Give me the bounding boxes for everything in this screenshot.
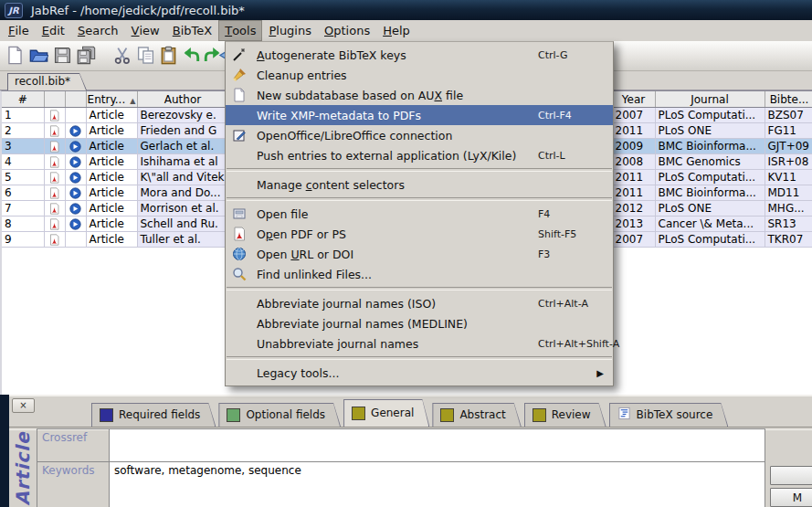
menubar-item-options[interactable]: Options — [318, 20, 376, 41]
undo-icon[interactable] — [182, 46, 201, 65]
cell-bibtexkey: SR13 — [765, 217, 812, 232]
database-tab-label: recoll.bib* — [7, 73, 87, 88]
editor-tab-review[interactable]: Review — [524, 403, 606, 427]
menu-item-legacy-tools[interactable]: Legacy tools...▶ — [226, 363, 613, 383]
menu-item-manage-content-selectors[interactable]: Manage content selectors — [226, 174, 613, 195]
column-header-icon[interactable] — [65, 91, 86, 108]
menu-item-label: Abbreviate journal names (MEDLINE) — [257, 317, 468, 331]
cell-bibtexkey: ISR+08 — [765, 154, 812, 170]
editor-tab-general[interactable]: General — [343, 399, 429, 427]
pdf-icon[interactable] — [48, 217, 60, 230]
column-header-entry[interactable]: Entry...▲ — [86, 91, 137, 108]
menu-item-push-entries-to-external-application-lyx-kile[interactable]: Push entries to external application (Ly… — [226, 145, 613, 165]
pdf-icon[interactable] — [48, 124, 60, 137]
cell-url — [65, 217, 86, 232]
menu-item-open-url-or-doi[interactable]: Open URL or DOIF3 — [226, 244, 613, 264]
pdf-icon[interactable] — [48, 186, 60, 199]
cell-author: Gerlach et al. — [137, 139, 228, 154]
jabref-window: JR JabRef - /home/jedick/pdf/recoll.bib*… — [0, 0, 812, 507]
open-database-icon[interactable] — [29, 46, 48, 65]
menu-item-open-pdf-or-ps[interactable]: Open PDF or PSShift-F5 — [226, 224, 613, 244]
menu-item-label: Open URL or DOI — [257, 248, 353, 261]
menu-item-shortcut: Ctrl+Alt-A — [538, 298, 588, 310]
field-input-keywords[interactable]: software, metagenome, sequence — [109, 462, 765, 507]
pdf-icon[interactable] — [48, 155, 60, 168]
url-icon[interactable] — [69, 171, 81, 184]
menu-item-open-file[interactable]: Open fileF4 — [226, 204, 613, 224]
database-tab-recoll[interactable]: recoll.bib* — [7, 73, 87, 90]
close-editor-button[interactable]: × — [12, 398, 35, 413]
cell-entrytype: Article — [86, 154, 137, 170]
column-header-icon[interactable] — [44, 91, 65, 108]
cell-bibtexkey: GJT+09 — [765, 139, 812, 154]
editor-tab-bibtex-source[interactable]: BibTeX source — [609, 403, 729, 427]
url-icon[interactable] — [69, 140, 81, 153]
cell-url — [65, 232, 86, 248]
paste-icon[interactable] — [159, 46, 178, 65]
menu-item-label: Open PDF or PS — [257, 227, 346, 241]
menu-item-abbreviate-journal-names-medline[interactable]: Abbreviate journal names (MEDLINE) — [226, 313, 613, 333]
pdf-icon[interactable] — [48, 233, 60, 246]
field-group-color-icon — [533, 408, 546, 422]
editor-tab-abstract[interactable]: Abstract — [432, 403, 521, 427]
menu-item-unabbreviate-journal-names[interactable]: Unabbreviate journal namesCtrl+Alt+Shift… — [226, 333, 613, 354]
menu-item-new-subdatabase-based-on-aux-file[interactable]: New subdatabase based on AUX file — [226, 85, 613, 105]
menu-item-abbreviate-journal-names-iso[interactable]: Abbreviate journal names (ISO)Ctrl+Alt-A — [226, 293, 613, 313]
menubar-item-help[interactable]: Help — [376, 20, 417, 41]
url-icon[interactable] — [69, 186, 81, 199]
cell-bibtexkey: BZS07 — [765, 108, 812, 123]
pdf-icon[interactable] — [48, 109, 60, 121]
url-icon[interactable] — [69, 124, 81, 137]
menu-item-label: Open file — [257, 207, 308, 221]
cell-journal: PLoS Computati... — [655, 108, 765, 123]
field-action-button-m[interactable]: M — [770, 488, 812, 507]
menu-item-find-unlinked-files[interactable]: Find unlinked Files... — [226, 264, 613, 284]
column-header-[interactable]: # — [2, 91, 44, 108]
menubar-item-tools[interactable]: Tools — [218, 20, 262, 41]
menubar-item-bibtex[interactable]: BibTeX — [166, 20, 218, 41]
save-all-icon[interactable] — [77, 46, 96, 65]
new-database-icon[interactable] — [5, 46, 25, 65]
menubar-item-file[interactable]: File — [2, 20, 36, 41]
url-icon[interactable] — [69, 217, 81, 230]
menubar-item-plugins[interactable]: Plugins — [262, 20, 318, 41]
menu-item-shortcut: F4 — [538, 208, 550, 220]
field-action-button[interactable] — [770, 466, 812, 485]
column-header-author[interactable]: Author — [137, 91, 228, 108]
menu-item-autogenerate-bibtex-keys[interactable]: Autogenerate BibTeX keysCtrl-G — [226, 45, 613, 65]
cell-year: 2011 — [612, 170, 655, 185]
cell-entrytype: Article — [86, 232, 137, 248]
menu-item-openoffice-libreoffice-connection[interactable]: OpenOffice/LibreOffice connection — [226, 125, 613, 145]
editor-tab-label: BibTeX source — [637, 408, 713, 421]
cell-num: 9 — [2, 232, 44, 248]
column-header-journal[interactable]: Journal — [655, 91, 765, 108]
menu-bar: FileEditSearchViewBibTeXToolsPluginsOpti… — [0, 20, 812, 41]
menubar-item-edit[interactable]: Edit — [36, 20, 71, 41]
column-header-year[interactable]: Year — [612, 91, 655, 108]
editor-tab-optional-fields[interactable]: Optional fields — [218, 403, 341, 427]
field-input-crossref[interactable] — [109, 429, 765, 461]
pdf-icon[interactable] — [48, 202, 60, 215]
cell-pdf — [44, 170, 65, 185]
menubar-item-search[interactable]: Search — [71, 20, 125, 41]
menu-item-write-xmp-metadata-to-pdfs[interactable]: Write XMP-metadata to PDFsCtrl-F4 — [226, 105, 613, 125]
menu-item-shortcut: Ctrl-G — [538, 49, 567, 61]
save-database-icon[interactable] — [53, 46, 72, 65]
cell-url — [65, 108, 86, 123]
pdf-icon[interactable] — [48, 140, 60, 153]
menu-separator — [227, 287, 612, 290]
menu-item-cleanup-entries[interactable]: Cleanup entries — [226, 65, 613, 85]
pdf-icon[interactable] — [48, 171, 60, 184]
cell-year: 2012 — [612, 201, 655, 217]
cell-entrytype: Article — [86, 201, 137, 217]
copy-icon[interactable] — [136, 46, 155, 65]
url-icon[interactable] — [69, 155, 81, 168]
column-header-bibte[interactable]: Bibte... — [765, 91, 812, 108]
menubar-item-view[interactable]: View — [125, 20, 166, 41]
cell-entrytype: Article — [86, 123, 137, 139]
editor-tab-required-fields[interactable]: Required fields — [91, 403, 216, 427]
url-icon[interactable] — [69, 202, 81, 215]
cut-icon[interactable] — [113, 46, 132, 65]
cell-pdf — [44, 108, 65, 123]
open-file-icon — [232, 206, 247, 221]
